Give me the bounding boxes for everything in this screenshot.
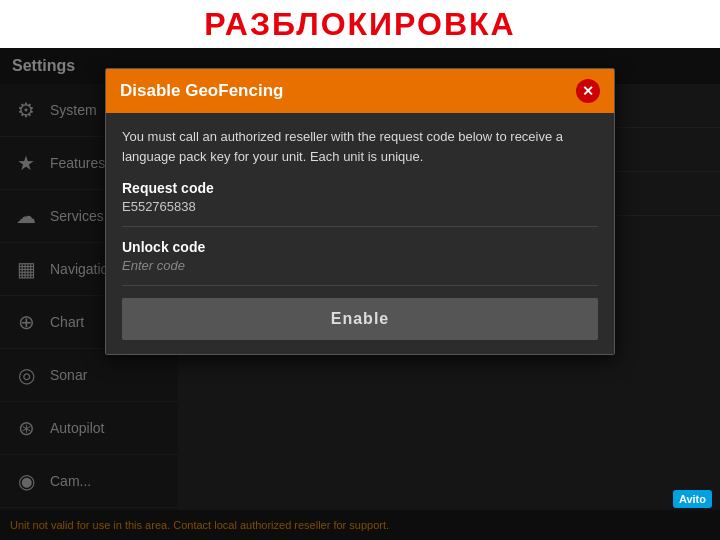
modal-title: Disable GeoFencing bbox=[120, 81, 283, 101]
modal-close-button[interactable]: ✕ bbox=[576, 79, 600, 103]
unlock-code-input[interactable]: Enter code bbox=[122, 258, 598, 273]
unlock-code-label: Unlock code bbox=[122, 239, 598, 255]
modal-divider bbox=[122, 226, 598, 227]
modal-description: You must call an authorized reseller wit… bbox=[122, 127, 598, 166]
request-code-value: E552765838 bbox=[122, 199, 598, 214]
modal-body: You must call an authorized reseller wit… bbox=[106, 113, 614, 354]
avito-badge: Avito bbox=[673, 490, 712, 508]
modal-overlay: Disable GeoFencing ✕ You must call an au… bbox=[0, 48, 720, 540]
request-code-label: Request code bbox=[122, 180, 598, 196]
enable-button[interactable]: Enable bbox=[122, 298, 598, 340]
request-code-field: Request code E552765838 bbox=[122, 180, 598, 214]
modal-header: Disable GeoFencing ✕ bbox=[106, 69, 614, 113]
banner-text: РАЗБЛОКИРОВКА bbox=[204, 6, 515, 43]
modal-divider-2 bbox=[122, 285, 598, 286]
avito-label: Avito bbox=[679, 493, 706, 505]
top-banner: РАЗБЛОКИРОВКА bbox=[0, 0, 720, 48]
unlock-code-field: Unlock code Enter code bbox=[122, 239, 598, 273]
geofencing-modal: Disable GeoFencing ✕ You must call an au… bbox=[105, 68, 615, 355]
